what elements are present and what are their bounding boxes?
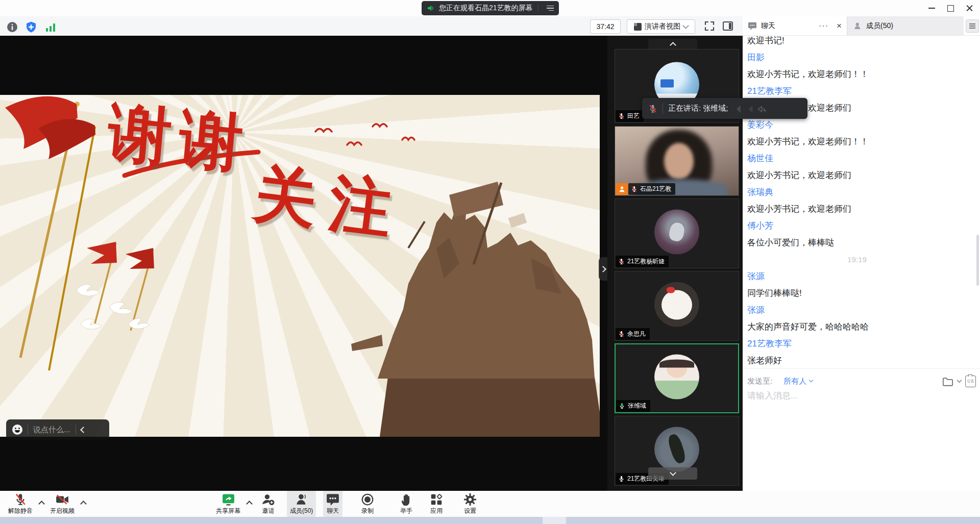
chat-message-sender[interactable]: 田影 — [747, 49, 972, 66]
panel-expand-handle[interactable] — [599, 257, 607, 281]
presentation-slide: 谢谢 关注 拼 屮刀ㄣ贯经 — [0, 95, 600, 437]
chat-message-sender[interactable]: 21艺教李军 — [747, 83, 972, 99]
shared-screen-area: 谢谢 关注 拼 屮刀ㄣ贯经 说点什么... — [0, 36, 607, 491]
participant-name: 21艺教杨昕婕 — [627, 257, 665, 266]
chevron-left-icon[interactable] — [80, 427, 87, 433]
chevron-down-icon — [670, 469, 676, 476]
tab-members[interactable]: 成员(50) — [847, 16, 964, 35]
mic-muted-icon — [631, 186, 638, 192]
apps-label: 应用 — [430, 507, 443, 515]
security-shield-icon[interactable] — [25, 21, 37, 33]
video-options-chevron[interactable] — [78, 491, 89, 517]
send-to-selector[interactable]: 所有人 — [783, 377, 813, 386]
participant-tile[interactable]: 石晶21艺教 — [615, 126, 739, 196]
tab-chat-label: 聊天 — [761, 21, 775, 31]
members-menu-icon[interactable] — [966, 19, 979, 33]
taskbar-strip — [0, 517, 980, 524]
minimize-button[interactable] — [925, 2, 938, 14]
settings-label: 设置 — [464, 507, 476, 515]
chat-message-sender[interactable]: 张源 — [747, 302, 972, 318]
chat-input[interactable]: 请输入消息... — [747, 390, 972, 402]
network-signal-icon[interactable] — [44, 21, 57, 33]
watching-banner[interactable]: 您正在观看石晶21艺教的屏幕 — [422, 1, 559, 15]
close-button[interactable] — [963, 2, 976, 14]
chat-message-text: 欢迎小芳书记，欢迎老师们 — [747, 167, 972, 184]
participant-tile-speaking[interactable]: 张维域 — [615, 343, 739, 413]
raise-hand-button[interactable]: 举手 — [397, 491, 415, 517]
mic-muted-icon — [618, 113, 625, 119]
side-panel-toggle-icon[interactable] — [722, 20, 734, 32]
announcement-icon[interactable]: 公告 — [965, 376, 976, 387]
chat-message-sender[interactable]: 杨世佳 — [747, 150, 972, 167]
invite-label: 邀请 — [262, 507, 275, 515]
settings-gear-icon — [463, 493, 477, 506]
start-video-button[interactable]: 开启视频 — [47, 491, 78, 517]
participant-name: 田艺 — [627, 112, 640, 120]
record-button[interactable]: 录制 — [358, 491, 377, 517]
tab-chat[interactable]: 聊天 ··· × — [743, 16, 847, 35]
invite-button[interactable]: 邀请 — [258, 491, 278, 517]
emoji-icon[interactable] — [12, 425, 22, 435]
participant-name: 余思凡 — [627, 330, 646, 338]
chat-button[interactable]: 聊天 — [323, 491, 342, 517]
participant-name-badge: 张维域 — [616, 400, 650, 412]
fullscreen-icon[interactable] — [703, 20, 716, 32]
quick-comment-bar[interactable]: 说点什么... — [6, 419, 109, 440]
timer-value: 37:42 — [596, 22, 614, 31]
share-screen-button[interactable]: 共享屏幕 — [213, 491, 243, 517]
avatar — [654, 282, 699, 327]
say-something-placeholder[interactable]: 说点什么... — [33, 425, 70, 435]
send-to-row: 发送至: 所有人 公告 — [747, 373, 976, 389]
camera-off-icon — [55, 493, 69, 506]
members-label: 成员(50) — [290, 507, 313, 515]
divider — [743, 368, 980, 369]
divider — [538, 5, 538, 12]
chat-message-sender[interactable]: 张瑞典 — [747, 184, 972, 201]
chat-timestamp: 19:19 — [747, 251, 967, 268]
participant-name: 张维域 — [628, 402, 646, 410]
chat-message-text: 大家的声音好可爱，哈哈哈哈哈 — [747, 318, 972, 335]
share-options-chevron[interactable] — [243, 491, 255, 517]
maximize-button[interactable] — [944, 2, 957, 14]
scroll-down-button[interactable] — [648, 467, 697, 480]
start-video-label: 开启视频 — [50, 507, 75, 515]
chat-message-sender[interactable]: 21艺教李军 — [747, 335, 972, 352]
announcement-label: 公告 — [967, 379, 974, 384]
chat-bubble-icon — [748, 22, 757, 30]
chat-scrollbar[interactable] — [976, 235, 979, 286]
participant-name: 石晶21艺教 — [640, 185, 671, 193]
avatar — [654, 209, 699, 254]
presenter-badge-icon — [616, 183, 628, 195]
participant-tile[interactable]: 21艺教杨昕婕 — [615, 198, 739, 268]
chat-message-text: 欢迎小芳书记，欢迎老师们！！ — [747, 66, 972, 83]
mic-active-icon — [619, 403, 625, 409]
chevron-down-icon — [809, 378, 813, 382]
avatar — [654, 427, 699, 471]
mic-options-chevron[interactable] — [36, 491, 47, 517]
chat-message-sender[interactable]: 张源 — [747, 268, 972, 285]
settings-button[interactable]: 设置 — [460, 491, 480, 517]
slide-artwork — [0, 95, 600, 437]
chat-history-folder-icon[interactable] — [942, 377, 953, 386]
chat-more-button[interactable]: ··· — [819, 21, 828, 31]
chat-header: 聊天 ··· × 成员(50) — [743, 16, 980, 36]
members-button[interactable]: 成员(50) — [287, 491, 316, 517]
chat-message-list[interactable]: 欢迎书记! 田影 欢迎小芳书记，欢迎老师们！！ 21艺教李军 欢迎小芳书记，欢迎… — [743, 36, 972, 368]
chat-close-button[interactable]: × — [837, 21, 842, 31]
chat-message-text: 张老师好 — [747, 352, 972, 368]
apps-button[interactable]: 应用 — [427, 491, 446, 517]
share-screen-label: 共享屏幕 — [216, 507, 240, 515]
members-icon — [295, 493, 308, 506]
banner-menu-icon[interactable] — [547, 6, 554, 11]
info-icon[interactable] — [6, 21, 18, 33]
tab-members-label: 成员(50) — [866, 21, 893, 31]
chat-message-sender[interactable]: 傅小芳 — [747, 217, 972, 234]
unmute-button[interactable]: 解除静音 — [5, 491, 36, 517]
view-selector-label: 演讲者视图 — [645, 22, 680, 31]
chevron-down-icon[interactable] — [957, 378, 962, 383]
view-selector[interactable]: 演讲者视图 — [627, 19, 695, 34]
participant-tile[interactable]: 余思凡 — [615, 271, 739, 341]
taskbar-tab — [543, 517, 566, 524]
invite-icon — [261, 493, 275, 506]
chat-message-text: 各位小可爱们，棒棒哒 — [747, 234, 972, 251]
